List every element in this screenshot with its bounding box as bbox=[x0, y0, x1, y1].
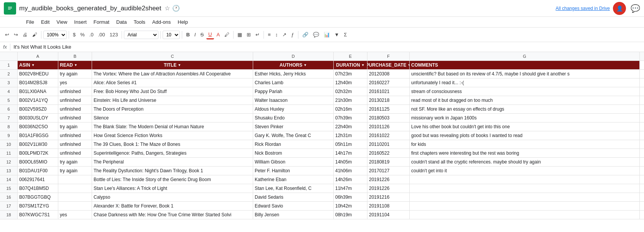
currency-button[interactable]: $ bbox=[71, 31, 77, 39]
header-cell-purchase-date[interactable]: PURCHASE_DATE ▼ bbox=[367, 61, 410, 69]
row-num-8[interactable]: 8 bbox=[0, 123, 18, 131]
cell-asin-7[interactable]: B0030USLOY bbox=[18, 114, 58, 122]
cell-authors-8[interactable]: Steven Pinker bbox=[253, 123, 334, 131]
cell-read-11[interactable]: unfinished bbox=[58, 149, 92, 157]
cell-read-12[interactable]: try again bbox=[58, 158, 92, 166]
print-button[interactable]: 🖨 bbox=[21, 31, 30, 39]
filter-icon-c[interactable]: ▼ bbox=[178, 63, 181, 67]
cell-duration-7[interactable]: 07h39m bbox=[334, 114, 367, 122]
cell-comments-5[interactable]: read most of it but dragged on too much bbox=[410, 96, 640, 105]
undo-button[interactable]: ↩ bbox=[3, 31, 11, 39]
cell-authors-18[interactable]: Billy Jensen bbox=[253, 211, 334, 219]
text-color-button[interactable]: A bbox=[215, 31, 222, 39]
cell-purchase-date-17[interactable]: 20191108 bbox=[367, 202, 410, 210]
cell-title-17[interactable]: Alexander X: Battle for Forever, Book 1 bbox=[92, 202, 253, 210]
star-icon[interactable]: ☆ bbox=[165, 5, 170, 12]
merge-cells-button[interactable]: ⊞ bbox=[245, 31, 253, 39]
header-cell-read[interactable]: READ ▼ bbox=[58, 61, 92, 69]
cell-comments-6[interactable]: not SF. More like an essay on effects of… bbox=[410, 105, 640, 113]
cell-asin-17[interactable]: B07SM1TZYG bbox=[18, 202, 58, 210]
comment-button[interactable]: 💬 bbox=[311, 31, 321, 39]
menu-file[interactable]: File bbox=[23, 18, 37, 26]
cell-asin-4[interactable]: B01LXI0ANA bbox=[18, 87, 58, 96]
cell-title-4[interactable]: Free: Bob Honey Who Just Do Stuff bbox=[92, 87, 253, 96]
cell-title-2[interactable]: The Vortex: Where the Law of Attraction … bbox=[92, 70, 253, 78]
row-num-1[interactable]: 1 bbox=[0, 61, 18, 69]
cell-read-17[interactable] bbox=[58, 202, 92, 210]
cell-comments-17[interactable] bbox=[410, 202, 640, 210]
paint-format-button[interactable]: 🖌 bbox=[30, 31, 39, 39]
cell-read-9[interactable]: unfinished bbox=[58, 131, 92, 140]
cell-title-15[interactable]: Stan Lee's Alliances: A Trick of Light bbox=[92, 184, 253, 193]
cell-authors-3[interactable]: Charles Lamb bbox=[253, 78, 334, 87]
rotate-button[interactable]: ↗ bbox=[280, 31, 288, 39]
cell-authors-2[interactable]: Esther Hicks, Jerry Hicks bbox=[253, 70, 334, 78]
menu-addons[interactable]: Add-ons bbox=[149, 18, 174, 26]
cell-title-16[interactable]: Calypso bbox=[92, 193, 253, 201]
v-align-button[interactable]: ↕ bbox=[273, 31, 280, 39]
cell-authors-15[interactable]: Stan Lee, Kat Rosenfield, C bbox=[253, 184, 334, 193]
decimal-dec-button[interactable]: .00 bbox=[96, 31, 107, 39]
col-header-d[interactable]: D bbox=[253, 52, 334, 60]
cell-asin-3[interactable]: B014M2BSJ8 bbox=[18, 78, 58, 87]
cell-purchase-date-7[interactable]: 20180503 bbox=[367, 114, 410, 122]
cell-asin-5[interactable]: B002V1A1YQ bbox=[18, 96, 58, 105]
function-button[interactable]: ƒ bbox=[289, 31, 296, 39]
cell-asin-10[interactable]: B002V1LW30 bbox=[18, 140, 58, 149]
cell-asin-11[interactable]: B00LPMD72K bbox=[18, 149, 58, 157]
row-num-11[interactable]: 11 bbox=[0, 149, 18, 157]
cell-authors-16[interactable]: David Sedaris bbox=[253, 193, 334, 201]
cell-duration-10[interactable]: 05h11m bbox=[334, 140, 367, 149]
header-cell-asin[interactable]: ASIN ▼ bbox=[18, 61, 58, 69]
cell-purchase-date-9[interactable]: 20161022 bbox=[367, 131, 410, 140]
cell-duration-12[interactable]: 14h05m bbox=[334, 158, 367, 166]
cell-authors-10[interactable]: Rick Riordan bbox=[253, 140, 334, 149]
filter-icon-d[interactable]: ▼ bbox=[303, 63, 307, 67]
cell-title-7[interactable]: Silence bbox=[92, 114, 253, 122]
cell-read-7[interactable]: unfinished bbox=[58, 114, 92, 122]
cell-read-15[interactable] bbox=[58, 184, 92, 193]
cell-duration-4[interactable]: 02h32m bbox=[334, 87, 367, 96]
col-header-b[interactable]: B bbox=[58, 52, 92, 60]
row-num-15[interactable]: 15 bbox=[0, 184, 18, 193]
more-formats-button[interactable]: 123 bbox=[108, 31, 120, 39]
cell-purchase-date-11[interactable]: 20160522 bbox=[367, 149, 410, 157]
col-header-g[interactable]: G bbox=[410, 52, 640, 60]
cell-title-18[interactable]: Chase Darkness with Me: How One True Cri… bbox=[92, 211, 253, 219]
cell-title-8[interactable]: The Blank Slate: The Modern Denial of Hu… bbox=[92, 123, 253, 131]
filter-icon-a[interactable]: ▼ bbox=[31, 63, 35, 67]
cell-read-5[interactable]: unfinished bbox=[58, 96, 92, 105]
col-header-e[interactable]: E bbox=[334, 52, 367, 60]
cell-read-6[interactable]: unfinished bbox=[58, 105, 92, 113]
header-cell-duration[interactable]: DURATION ▼ bbox=[334, 61, 367, 69]
cell-duration-3[interactable]: 12h40m bbox=[334, 78, 367, 87]
underline-button[interactable]: U bbox=[206, 30, 214, 39]
cell-purchase-date-10[interactable]: 20110201 bbox=[367, 140, 410, 149]
cell-comments-8[interactable]: Love his other book but couldn't get int… bbox=[410, 123, 640, 131]
chart-button[interactable]: 📊 bbox=[322, 31, 332, 39]
menu-view[interactable]: View bbox=[53, 18, 70, 26]
menu-help[interactable]: Help bbox=[175, 18, 191, 26]
row-num-12[interactable]: 12 bbox=[0, 158, 18, 166]
menu-tools[interactable]: Tools bbox=[130, 18, 148, 26]
formula-button[interactable]: Σ bbox=[342, 31, 349, 39]
cell-purchase-date-3[interactable]: 20160227 bbox=[367, 78, 410, 87]
font-size-select[interactable]: 10 bbox=[163, 31, 180, 39]
row-num-2[interactable]: 2 bbox=[0, 70, 18, 78]
row-num-14[interactable]: 14 bbox=[0, 175, 18, 184]
col-header-a[interactable]: A bbox=[18, 52, 58, 60]
cell-authors-7[interactable]: Shusaku Endo bbox=[253, 114, 334, 122]
row-num-7[interactable]: 7 bbox=[0, 114, 18, 122]
cell-read-2[interactable]: try again bbox=[58, 70, 92, 78]
cell-purchase-date-5[interactable]: 20130218 bbox=[367, 96, 410, 105]
cell-comments-14[interactable] bbox=[410, 175, 640, 184]
cell-duration-8[interactable]: 22h40m bbox=[334, 123, 367, 131]
cell-authors-14[interactable]: Katherine Eban bbox=[253, 175, 334, 184]
cell-comments-4[interactable]: stream of consciousness bbox=[410, 87, 640, 96]
comment-icon[interactable]: 💬 bbox=[631, 4, 640, 13]
header-cell-title[interactable]: TITLE ▼ bbox=[92, 61, 253, 69]
cell-asin-13[interactable]: B01DAU1F00 bbox=[18, 167, 58, 175]
cell-comments-16[interactable] bbox=[410, 193, 640, 201]
menu-edit[interactable]: Edit bbox=[38, 18, 53, 26]
cell-purchase-date-4[interactable]: 20161021 bbox=[367, 87, 410, 96]
